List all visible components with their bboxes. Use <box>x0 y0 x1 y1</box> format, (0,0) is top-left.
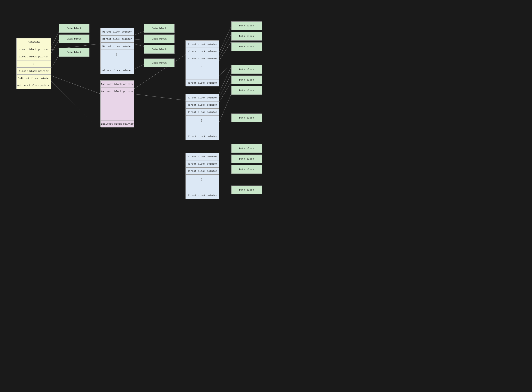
svg-line-4 <box>50 75 100 94</box>
svg-line-5 <box>133 31 144 36</box>
dc-il-ptr2: Direct block pointer <box>186 101 219 108</box>
dc-i2-ptr2: Direct block pointer <box>186 160 219 168</box>
dc-il-ptr3: Direct block pointer <box>186 108 219 116</box>
data-block-il-1: Data block <box>231 65 262 74</box>
data-block-il-2: Data block <box>231 75 262 84</box>
svg-line-13 <box>218 42 231 62</box>
data-block-il-3: Data block <box>231 86 262 95</box>
data-block-il-4: Data block <box>231 113 262 122</box>
ic-ellipsis: ⋮ <box>115 100 118 104</box>
dc-l1-ptr2: Direct block pointer <box>101 35 134 42</box>
svg-line-6 <box>133 39 144 40</box>
svg-line-7 <box>133 44 144 47</box>
ic-ptr1: Indirect block pointer <box>101 80 134 88</box>
dc-il-ptr1: Direct block pointer <box>186 94 219 101</box>
dc-iu-ptr1: Direct block pointer <box>186 41 219 48</box>
svg-line-1 <box>50 40 59 55</box>
data-block-iu-1: Data block <box>231 21 262 30</box>
ic-ptr2: Indirect block pointer <box>101 88 134 95</box>
dc-l1-ellipsis: ⋮ <box>115 53 118 56</box>
inode-ellipsis: ⋮ <box>16 60 51 67</box>
dc-i2-ptr3: Direct block pointer <box>186 168 219 175</box>
diagram: Metadata Direct block pointer Direct blo… <box>0 0 532 392</box>
data-block-iu-3: Data block <box>231 42 262 51</box>
svg-line-2 <box>50 55 59 70</box>
direct-container-ind2: Direct block pointer Direct block pointe… <box>185 153 219 199</box>
inode-metadata: Metadata <box>16 38 51 46</box>
data-block-d3: Data block <box>59 48 89 57</box>
svg-line-11 <box>218 26 231 55</box>
svg-line-18 <box>218 94 231 124</box>
data-block-i2-1: Data block <box>231 144 262 153</box>
svg-line-10 <box>133 94 185 100</box>
data-block-i2-2: Data block <box>231 154 262 163</box>
inode-indirect2: Indirect² block pointer <box>16 82 51 89</box>
inode-direct-last: Direct block pointer <box>16 67 51 75</box>
dc-iu-ellipsis: ⋮ <box>200 65 203 69</box>
svg-line-17 <box>218 82 231 104</box>
svg-line-19 <box>50 80 100 131</box>
data-block-l1-1: Data block <box>144 24 175 33</box>
dc-il-ptr-last: Direct block pointer <box>186 133 219 140</box>
svg-line-0 <box>50 31 59 50</box>
dc-il-ellipsis: ⋮ <box>200 118 203 122</box>
data-block-i2-4: Data block <box>231 186 262 194</box>
inode-indirect: Indirect block pointer <box>16 75 51 82</box>
svg-line-8 <box>133 64 144 70</box>
data-block-i2-3: Data block <box>231 165 262 174</box>
data-block-d1: Data block <box>59 24 89 33</box>
svg-line-15 <box>218 67 231 95</box>
inode-direct-1: Direct block pointer <box>16 46 51 53</box>
dc-iu-ptr2: Direct block pointer <box>186 48 219 55</box>
dc-l1-ptr1: Direct block pointer <box>101 28 134 35</box>
dc-l1-ptr-last: Direct block pointer <box>101 67 134 74</box>
data-block-l1-4: Data block <box>144 59 175 67</box>
indirect-container: Indirect block pointer Indirect block po… <box>100 80 134 127</box>
connection-lines <box>0 0 532 392</box>
inode-direct-2: Direct block pointer <box>16 53 51 60</box>
data-block-l1-2: Data block <box>144 34 175 43</box>
dc-l1-ptr3: Direct block pointer <box>101 42 134 50</box>
dc-i2-ellipsis: ⋮ <box>200 177 203 181</box>
ic-ptr-last: Indirect block pointer <box>101 120 134 127</box>
dc-i2-ptr1: Direct block pointer <box>186 153 219 160</box>
dc-iu-ptr-last: Direct block pointer <box>186 79 219 86</box>
svg-line-16 <box>218 74 231 99</box>
data-block-d2: Data block <box>59 34 89 43</box>
data-block-iu-2: Data block <box>231 32 262 41</box>
svg-line-12 <box>218 34 231 59</box>
direct-container-ind-lower: Direct block pointer Direct block pointe… <box>185 94 219 140</box>
svg-line-14 <box>218 64 231 76</box>
direct-container-ind-upper: Direct block pointer Direct block pointe… <box>185 40 219 86</box>
dc-iu-ptr3: Direct block pointer <box>186 55 219 62</box>
data-block-l1-3: Data block <box>144 45 175 54</box>
dc-i2-ptr-last: Direct block pointer <box>186 192 219 199</box>
direct-container-l1: Direct block pointer Direct block pointe… <box>100 28 134 74</box>
